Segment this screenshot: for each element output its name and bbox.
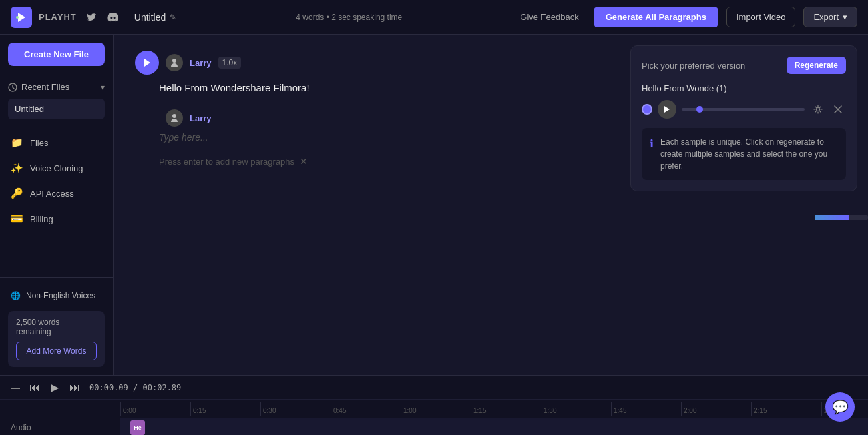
voice-avatar-2: [166, 109, 183, 127]
panel-header: Pick your preferred version Regenerate: [642, 57, 846, 74]
header: PLAYHT Untitled ✎ 4 words • 2 sec speaki…: [0, 0, 868, 35]
sidebar-item-billing-label: Billing: [30, 214, 53, 224]
sidebar: Create New File Recent Files ▾ Untitled …: [0, 35, 114, 375]
create-new-file-button[interactable]: Create New File: [8, 43, 105, 66]
volume-bar[interactable]: [815, 215, 868, 220]
time-display: 00:00.09 / 00:02.89: [89, 383, 181, 392]
files-icon: 📁: [11, 137, 23, 149]
edit-icon[interactable]: ✎: [170, 13, 176, 22]
timeline-tracks: Audio He: [0, 416, 868, 435]
ruler-mark: 1:45: [611, 402, 681, 416]
words-remaining-text: 2,500 words remaining: [16, 318, 97, 336]
non-english-icon: 🌐: [11, 291, 21, 300]
sidebar-item-api-access-label: API Access: [30, 189, 74, 199]
ruler-mark: 2:15: [751, 402, 821, 416]
file-title[interactable]: Untitled: [134, 12, 166, 23]
mini-play-button[interactable]: [658, 100, 676, 119]
chat-bubble-button[interactable]: 💬: [825, 392, 855, 422]
logo-area: PLAYHT: [11, 7, 121, 28]
chat-icon: 💬: [832, 399, 849, 415]
sidebar-footer: 🌐 Non-English Voices 2,500 words remaini…: [0, 277, 113, 375]
export-label: Export: [813, 12, 839, 22]
audio-progress-dot: [696, 106, 703, 113]
export-button[interactable]: Export ▾: [803, 7, 857, 27]
recent-files-section: Recent Files ▾ Untitled: [0, 74, 113, 125]
info-text: Each sample is unique. Click on regenera…: [660, 136, 838, 172]
sidebar-item-api-access[interactable]: 🔑 API Access: [0, 181, 113, 206]
logo-icon: [11, 7, 32, 28]
svg-point-1: [16, 16, 19, 19]
ruler-mark: 1:00: [401, 402, 471, 416]
hint-close-icon[interactable]: ✕: [300, 156, 308, 167]
editor-area: Larry 1.0x Hello From Wondershare Filmor…: [114, 35, 868, 375]
ruler-mark: 0:30: [260, 402, 331, 416]
recent-files-label: Recent Files: [8, 82, 69, 92]
volume-fill: [815, 215, 849, 220]
svg-marker-3: [144, 59, 150, 67]
billing-icon: 💳: [11, 213, 23, 225]
audio-player-row: [642, 100, 846, 119]
non-english-voices-item[interactable]: 🌐 Non-English Voices: [8, 286, 105, 306]
press-enter-text: Press enter to add new paragraphs: [159, 157, 294, 167]
recent-file-item[interactable]: Untitled: [8, 99, 105, 119]
audio-track-row: He: [120, 418, 868, 435]
info-box: ℹ Each sample is unique. Click on regene…: [642, 128, 846, 180]
generate-all-paragraphs-button[interactable]: Generate All Paragraphs: [594, 7, 718, 27]
logo-text: PLAYHT: [39, 12, 77, 22]
play-paragraph-1-button[interactable]: [135, 51, 159, 75]
skip-back-button[interactable]: ⏮: [28, 380, 41, 395]
svg-point-5: [817, 108, 820, 111]
skip-forward-button[interactable]: ⏭: [68, 380, 81, 395]
add-more-words-button[interactable]: Add More Words: [16, 342, 97, 360]
audio-progress-bar[interactable]: [682, 108, 805, 111]
ruler-mark: 0:00: [120, 402, 190, 416]
import-video-button[interactable]: Import Video: [726, 7, 795, 27]
sidebar-nav: 📁 Files ✨ Voice Cloning 🔑 API Access 💳 B…: [0, 125, 113, 277]
sidebar-item-voice-cloning-label: Voice Cloning: [30, 163, 83, 173]
timeline-ruler: 0:000:150:300:451:001:151:301:452:002:15…: [0, 400, 868, 416]
give-feedback-button[interactable]: Give Feedback: [513, 8, 585, 26]
sidebar-item-voice-cloning[interactable]: ✨ Voice Cloning: [0, 155, 113, 181]
discord-icon[interactable]: [105, 9, 121, 25]
info-icon: ℹ: [650, 137, 654, 172]
word-count: 4 words • 2 sec speaking time: [296, 13, 402, 22]
voice-cloning-icon: ✨: [11, 162, 23, 174]
panel-title: Pick your preferred version: [642, 61, 745, 71]
voice-name-1[interactable]: Larry: [190, 58, 212, 68]
api-access-icon: 🔑: [11, 187, 23, 199]
audio-settings-icon[interactable]: [810, 101, 826, 117]
chevron-down-icon: ▾: [843, 12, 847, 22]
non-english-label: Non-English Voices: [26, 291, 95, 300]
audio-radio-selected[interactable]: [642, 104, 652, 115]
timeline-dash: —: [11, 382, 20, 393]
voice-name-2[interactable]: Larry: [190, 113, 212, 123]
timeline-controls: — ⏮ ▶ ⏭ 00:00.09 / 00:02.89: [0, 376, 868, 400]
header-actions: Give Feedback Generate All Paragraphs Im…: [513, 7, 857, 27]
right-panel: Pick your preferred version Regenerate H…: [630, 45, 857, 191]
sample-title: Hello From Wonde (1): [642, 83, 846, 93]
speed-badge-1[interactable]: 1.0x: [218, 57, 242, 69]
ruler-mark: 1:15: [471, 402, 541, 416]
ruler-mark: 1:30: [541, 402, 611, 416]
voice-avatar-1: [166, 54, 183, 71]
audio-close-icon[interactable]: [830, 101, 846, 117]
sidebar-item-files-label: Files: [30, 138, 48, 148]
twitter-icon[interactable]: [83, 9, 99, 25]
main-content: Create New File Recent Files ▾ Untitled …: [0, 35, 868, 375]
file-title-area: Untitled ✎: [134, 12, 176, 23]
chevron-down-icon: ▾: [101, 83, 105, 92]
ruler-mark: 2:00: [681, 402, 751, 416]
audio-clip[interactable]: He: [130, 420, 145, 435]
regenerate-button[interactable]: Regenerate: [787, 57, 846, 74]
svg-marker-4: [664, 106, 670, 113]
sidebar-item-files[interactable]: 📁 Files: [0, 130, 113, 155]
play-timeline-button[interactable]: ▶: [49, 380, 60, 395]
audio-icons: [810, 101, 846, 117]
social-icons: [83, 9, 121, 25]
sidebar-item-billing[interactable]: 💳 Billing: [0, 206, 113, 232]
ruler-mark: 0:45: [331, 402, 401, 416]
ruler-mark: 0:15: [190, 402, 260, 416]
recent-files-toggle[interactable]: Recent Files ▾: [8, 79, 105, 95]
track-label: Audio: [11, 423, 31, 432]
svg-marker-0: [18, 13, 25, 22]
